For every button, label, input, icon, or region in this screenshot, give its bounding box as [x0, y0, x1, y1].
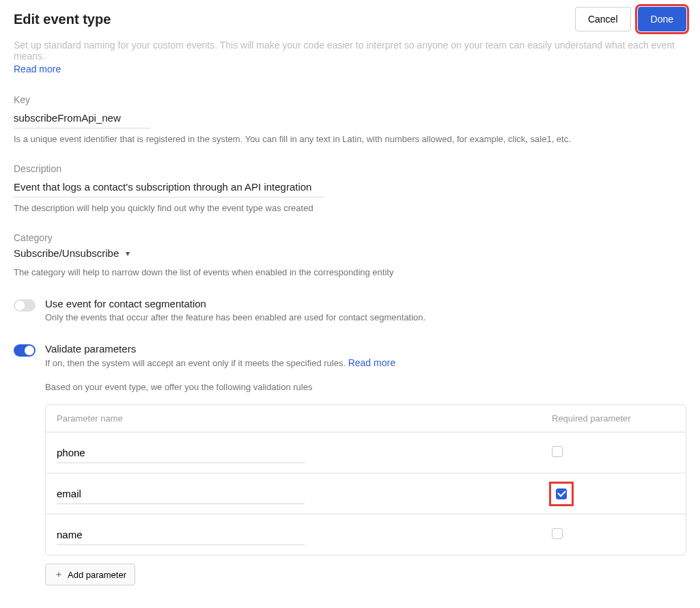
- segmentation-title: Use event for contact segmentation: [45, 298, 425, 309]
- key-label: Key: [14, 94, 686, 105]
- intro-truncated-text: Set up standard naming for your custom e…: [14, 40, 686, 61]
- toggle-knob: [15, 301, 25, 310]
- col-parameter-name: Parameter name: [57, 413, 552, 424]
- page-title: Edit event type: [14, 12, 111, 27]
- parameter-table-header: Parameter name Required parameter: [46, 405, 686, 432]
- done-button[interactable]: Done: [638, 7, 686, 31]
- parameter-name-input[interactable]: [57, 443, 305, 463]
- parameter-name-input[interactable]: [57, 484, 305, 504]
- parameter-name-input[interactable]: [57, 525, 305, 545]
- table-row: [46, 432, 686, 473]
- category-label: Category: [14, 232, 686, 243]
- category-value: Subscribe/Unsubscribe: [14, 247, 119, 259]
- validate-read-more-link[interactable]: Read more: [348, 357, 395, 368]
- chevron-down-icon: ▾: [126, 249, 130, 258]
- description-input[interactable]: Event that logs a contact's subscription…: [14, 178, 324, 197]
- toggle-knob: [25, 346, 34, 355]
- segmentation-toggle-row: Use event for contact segmentation Only …: [14, 298, 686, 322]
- description-label: Description: [14, 163, 686, 174]
- intro-read-more-link[interactable]: Read more: [14, 64, 61, 74]
- col-required: Required parameter: [552, 413, 675, 424]
- cancel-button[interactable]: Cancel: [575, 7, 631, 31]
- validate-toggle[interactable]: [14, 344, 36, 357]
- validate-toggle-row: Validate parameters If on, then the syst…: [14, 343, 686, 368]
- required-checkbox[interactable]: [556, 488, 567, 499]
- validate-title: Validate parameters: [45, 343, 395, 355]
- dialog-header: Edit event type Cancel Done: [14, 7, 686, 31]
- segmentation-sub: Only the events that occur after the fea…: [45, 312, 425, 322]
- description-section: Description Event that logs a contact's …: [14, 163, 686, 213]
- required-cell: [552, 484, 675, 503]
- category-select[interactable]: Subscribe/Unsubscribe ▾: [14, 247, 130, 262]
- header-actions: Cancel Done: [575, 7, 686, 31]
- required-checkbox[interactable]: [552, 528, 563, 539]
- table-row: [46, 473, 686, 514]
- plus-icon: ＋: [54, 568, 64, 581]
- validate-sub-text: If on, then the system will accept an ev…: [45, 358, 348, 368]
- description-helper: The description will help you quickly fi…: [14, 203, 686, 213]
- add-parameter-button[interactable]: ＋ Add parameter: [45, 564, 135, 585]
- required-cell: [552, 528, 675, 542]
- required-checkbox[interactable]: [552, 446, 563, 457]
- parameter-table: Parameter name Required parameter: [45, 404, 686, 555]
- validation-hint: Based on your event type, we offer you t…: [45, 382, 686, 392]
- checkbox-wrap: [552, 528, 563, 542]
- required-cell: [552, 446, 675, 460]
- table-row: [46, 514, 686, 555]
- checkbox-wrap: [552, 446, 563, 460]
- key-section: Key subscribeFromApi_new Is a unique eve…: [14, 94, 686, 144]
- validate-sub: If on, then the system will accept an ev…: [45, 357, 395, 368]
- category-section: Category Subscribe/Unsubscribe ▾ The cat…: [14, 232, 686, 277]
- category-helper: The category will help to narrow down th…: [14, 267, 686, 277]
- key-helper: Is a unique event identifier that is reg…: [14, 134, 686, 144]
- segmentation-toggle[interactable]: [14, 299, 36, 312]
- checkbox-wrap: [552, 484, 571, 503]
- add-parameter-label: Add parameter: [68, 570, 126, 580]
- key-input[interactable]: subscribeFromApi_new: [14, 109, 150, 128]
